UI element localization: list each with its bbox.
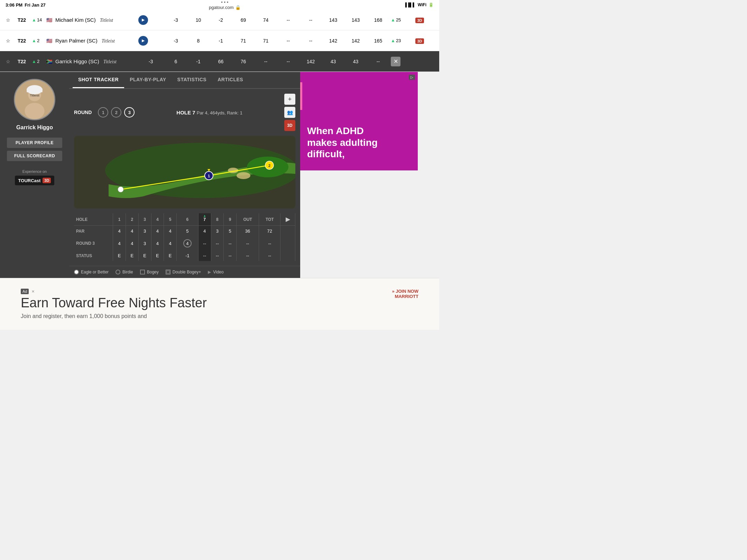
bottom-ad[interactable]: Ad ✕ Earn Toward Free Nights Faster Join… — [0, 278, 439, 330]
join-now-button[interactable]: » JOIN NOW — [392, 289, 418, 294]
eagle-legend: Eagle or Better — [74, 270, 109, 274]
arrow-up-icon: ▲ — [32, 17, 36, 22]
thru: 8 — [187, 38, 210, 44]
lock-icon: 🔒 — [235, 5, 241, 10]
star-icon[interactable]: ☆ — [3, 59, 13, 64]
main-content-area: SHOT TRACKER PLAY-BY-PLAY STATISTICS ART… — [69, 72, 300, 278]
par-tot: 72 — [259, 226, 280, 237]
ad-sidebar: ▷ When ADHDmakes adultingdifficult, — [300, 72, 418, 278]
bottom-ad-subtitle: Join and register, then earn 1,000 bonus… — [21, 313, 207, 319]
leaderboard-row[interactable]: ☆ T22 ▲ 14 🇺🇸 Michael Kim (SC) Titleist … — [0, 10, 439, 30]
video-legend: ▶ Video — [208, 270, 223, 274]
move-total: ▲25 — [389, 17, 412, 22]
double-bogey-legend: Double Bogey+ — [166, 270, 201, 274]
full-scorecard-button[interactable]: FULL SCORECARD — [7, 151, 62, 161]
par-8: 3 — [211, 226, 224, 237]
adhd-ad[interactable]: ▷ When ADHDmakes adultingdifficult, — [300, 72, 418, 170]
hole-map: 1 2 — [74, 136, 295, 208]
url-text: pgatour.com — [209, 5, 234, 10]
date: Fri Jan 27 — [25, 2, 46, 8]
score: -3 — [165, 38, 187, 44]
hole-info: HOLE 7 Par 4, 464yds, Rank: 1 — [135, 110, 284, 115]
r1: 71 — [232, 38, 255, 44]
move-value: 14 — [37, 17, 42, 22]
s-6: -1 — [177, 250, 199, 261]
status-row: STATUS E E E E E -1 -- -- -- -- -- — [74, 250, 295, 261]
round-2-button[interactable]: 2 — [111, 107, 121, 118]
r3-9: -- — [224, 236, 237, 250]
r1: 66 — [210, 59, 232, 64]
tab-statistics[interactable]: STATISTICS — [172, 72, 212, 88]
total: 142 — [299, 59, 322, 64]
play-button[interactable]: ▶ — [137, 15, 165, 25]
bogey-legend: Bogey — [140, 270, 159, 274]
r3: -- — [255, 59, 277, 64]
par-label: PAR — [74, 226, 113, 237]
r4: -- — [299, 38, 322, 44]
flag-icon: 🇺🇸 — [44, 38, 54, 44]
status-bar: 3:06 PM Fri Jan 27 • • • pgatour.com 🔒 ▐… — [0, 0, 439, 10]
next-arrow[interactable]: ▶ — [280, 213, 295, 226]
double-bogey-label: Double Bogey+ — [173, 270, 201, 274]
zoom-in-button[interactable]: + — [284, 94, 295, 105]
3d-view-button[interactable]: 3D — [284, 120, 295, 131]
move-value: 2 — [37, 59, 39, 64]
par-3: 3 — [138, 226, 151, 237]
birdie-label: Birdie — [122, 270, 133, 274]
player-name-display: Garrick Higgo — [16, 124, 53, 131]
player-panel: Titleist Garrick Higgo PLAYER PROFILE FU… — [0, 72, 300, 278]
r3-7: -- — [198, 236, 211, 250]
hole-7-header[interactable]: 7 ▲ — [198, 213, 211, 226]
par-row: PAR 4 4 3 4 4 5 4 3 5 36 72 — [74, 226, 295, 237]
badge-3d[interactable]: 3D — [412, 38, 427, 44]
r3-1: 4 — [113, 236, 126, 250]
r2: 71 — [255, 38, 277, 44]
round-1-button[interactable]: 1 — [98, 107, 108, 118]
star-icon[interactable]: ☆ — [3, 17, 13, 23]
player-profile-button[interactable]: PLAYER PROFILE — [7, 138, 62, 148]
leaderboard-row[interactable]: ☆ T22 ▲ 2 🇺🇸 Ryan Palmer (SC) Titleist ▶… — [0, 30, 439, 51]
player-name[interactable]: Ryan Palmer (SC) Titleist — [54, 38, 137, 44]
three-dots: • • • — [221, 0, 228, 5]
s-8: -- — [211, 250, 224, 261]
leaderboard-row-expanded[interactable]: ☆ T22 ▲ 2 🇿🇦 Garrick Higgo (SC) Titleist… — [0, 51, 439, 72]
out-header: OUT — [237, 213, 259, 226]
tab-articles[interactable]: ARTICLES — [212, 72, 249, 88]
r3-out: -- — [237, 236, 259, 250]
hole-5-header: 5 — [164, 213, 177, 226]
star-icon[interactable]: ☆ — [3, 38, 13, 44]
circled-score: 4 — [183, 239, 192, 248]
arrow-up-icon: ▲ — [32, 38, 36, 43]
browser-url[interactable]: • • • pgatour.com 🔒 — [209, 0, 241, 10]
tab-play-by-play[interactable]: PLAY-BY-PLAY — [124, 72, 172, 88]
time: 3:06 PM — [6, 2, 22, 8]
thru: 10 — [187, 17, 210, 23]
bottom-ad-cta[interactable]: » JOIN NOW MARRIOTT — [392, 289, 418, 299]
play-button[interactable]: ▶ — [137, 36, 165, 46]
move-total: ▲23 — [389, 38, 412, 43]
ad-close-hint[interactable]: ✕ — [31, 289, 35, 294]
player-name[interactable]: Garrick Higgo (SC) Titleist — [54, 58, 137, 65]
tourcast-badge[interactable]: TOURCast 3D — [15, 176, 55, 185]
badge-3d[interactable]: 3D — [412, 17, 427, 23]
player-avatar: Titleist — [14, 79, 55, 120]
double-bogey-icon — [166, 270, 170, 274]
round-label: ROUND — [74, 110, 92, 115]
round-selector: 1 2 3 — [98, 107, 135, 118]
score: -3 — [137, 59, 165, 64]
agg1: 143 — [344, 17, 367, 23]
people-view-button[interactable]: 👥 — [284, 107, 295, 118]
move-value: 2 — [37, 38, 39, 43]
close-button[interactable]: ✕ — [389, 57, 412, 66]
tab-shot-tracker[interactable]: SHOT TRACKER — [73, 72, 124, 88]
ad-accent-bar — [300, 82, 302, 110]
bogey-label: Bogey — [147, 270, 159, 274]
round-3-button[interactable]: 3 — [124, 107, 135, 118]
hole-detail: Par 4, 464yds, Rank: 1 — [197, 110, 242, 115]
player-name[interactable]: Michael Kim (SC) Titleist — [54, 17, 137, 23]
total: 142 — [322, 38, 344, 44]
agg1: 142 — [344, 38, 367, 44]
par-7: 4 — [198, 226, 211, 237]
r3-3: 3 — [138, 236, 151, 250]
agg2: 168 — [367, 17, 389, 23]
